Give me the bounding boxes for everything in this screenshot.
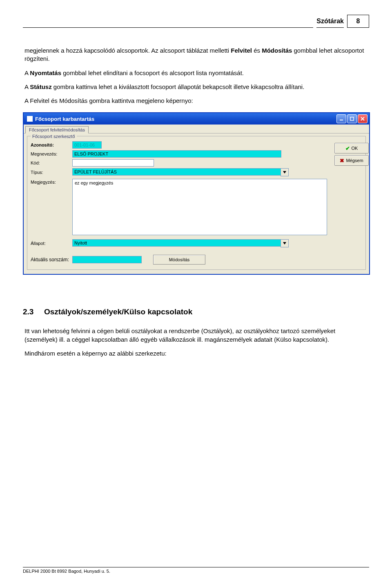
tab-strip: Főcsoport felvitel/módosítás — [24, 125, 369, 133]
bold-text: Nyomtatás — [30, 69, 61, 76]
svg-rect-0 — [340, 120, 343, 120]
cancel-button-label: Mégsem — [346, 158, 363, 163]
input-aktualis[interactable] — [72, 256, 142, 263]
paragraph-1: megjelennek a hozzá kapcsolódó alcsoport… — [24, 47, 369, 63]
label-allapot: Állapot: — [31, 241, 72, 246]
input-azonosito[interactable]: 001-01-06 — [72, 141, 102, 149]
app-window: Főcsoport karbantartás Főcsoport felvite… — [23, 112, 370, 275]
dropdown-tipus-button[interactable] — [281, 168, 289, 176]
label-azonosito: Azonosító: — [31, 142, 72, 147]
label-tipus: Típus: — [31, 170, 72, 175]
header-section-title: Szótárak — [316, 16, 344, 28]
page-header: Szótárak 8 — [23, 16, 369, 28]
ok-button[interactable]: ✔ OK — [334, 143, 369, 153]
minimize-button[interactable] — [336, 114, 346, 123]
dropdown-allapot[interactable]: Nyitott — [72, 239, 289, 247]
paragraph-3: A Státusz gombra kattinva lehet a kivála… — [24, 83, 369, 91]
modify-button[interactable]: Módosítás — [153, 255, 205, 265]
label-megjegyzes: Megjegyzés: — [31, 179, 72, 185]
text: megjelennek a hozzá kapcsolódó alcsoport… — [24, 47, 231, 54]
text: és — [252, 47, 262, 54]
chevron-down-icon — [283, 171, 286, 173]
dropdown-allapot-value: Nyitott — [72, 239, 281, 247]
text: gombra kattinva lehet a kiválasztott foc… — [52, 83, 305, 90]
maximize-button[interactable] — [347, 114, 357, 123]
cross-icon: ✖ — [340, 158, 344, 164]
label-kod: Kód: — [31, 160, 72, 165]
cancel-button[interactable]: ✖ Mégsem — [334, 155, 369, 166]
dropdown-allapot-button[interactable] — [281, 239, 289, 247]
section-paragraph-1: Itt van lehetoség felvinni a cégen belül… — [24, 327, 369, 344]
dropdown-tipus-value: ÉPÜLET FELÚJÍTÁS — [72, 168, 281, 176]
bold-text: Módosítás — [262, 47, 292, 54]
editor-panel: Főcsoport szerkesztő Azonosító: 001-01-0… — [27, 136, 366, 270]
textarea-megjegyzes[interactable]: ez egy megjegyzés — [72, 179, 327, 235]
minimize-icon — [339, 117, 343, 121]
tab-main[interactable]: Főcsoport felvitel/módosítás — [25, 126, 89, 133]
text: A — [24, 69, 30, 76]
label-megnevezes: Megnevezés: — [31, 151, 72, 156]
section-title: Osztályok/személyek/Külso kapcsolatok — [44, 307, 192, 316]
section-paragraph-2: Mindhárom esetén a képernyo az alábbi sz… — [24, 349, 369, 358]
close-icon — [361, 117, 365, 121]
input-kod[interactable] — [72, 159, 154, 167]
section-heading: 2.3 Osztályok/személyek/Külso kapcsolato… — [23, 307, 369, 316]
label-aktualis: Aktuális sorszám: — [31, 257, 72, 262]
chevron-down-icon — [283, 242, 286, 245]
section-number: 2.3 — [23, 307, 44, 316]
close-button[interactable] — [358, 114, 368, 123]
window-icon — [27, 116, 33, 122]
svg-rect-1 — [350, 117, 354, 120]
page-number-box: 8 — [347, 15, 369, 28]
window-title: Főcsoport karbantartás — [35, 116, 336, 122]
check-icon: ✔ — [345, 145, 350, 151]
paragraph-4: A Felvitel és Módosítás gombra kattintva… — [24, 97, 369, 105]
paragraph-2: A Nyomtatás gombbal lehet elindítani a f… — [24, 69, 369, 77]
window-titlebar[interactable]: Főcsoport karbantartás — [24, 113, 369, 125]
bold-text: Felvitel — [231, 47, 252, 54]
text: A — [24, 83, 30, 90]
value-azonosito: 001-01-06 — [74, 142, 95, 147]
maximize-icon — [350, 117, 354, 121]
ok-button-label: OK — [352, 146, 358, 151]
text: gombbal lehet elindítani a focsoport és … — [61, 69, 244, 76]
bold-text: Státusz — [30, 83, 51, 90]
dropdown-tipus[interactable]: ÉPÜLET FELÚJÍTÁS — [72, 168, 289, 176]
header-rule — [23, 16, 313, 28]
input-megnevezes[interactable]: ELSŐ PROJEKT — [72, 150, 281, 158]
panel-title: Főcsoport szerkesztő — [31, 134, 77, 139]
